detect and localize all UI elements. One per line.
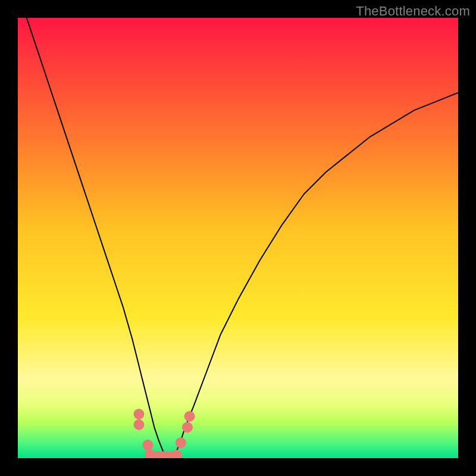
marker-dot: [184, 411, 195, 422]
watermark-text: TheBottleneck.com: [356, 4, 470, 19]
marker-dot: [176, 437, 186, 448]
marker-dot: [182, 422, 193, 433]
marker-dot: [134, 419, 145, 430]
gradient-background: [18, 18, 458, 458]
marker-dot: [134, 409, 145, 419]
marker-dot: [142, 440, 153, 450]
bottleneck-chart: [0, 0, 476, 476]
chart-frame: TheBottleneck.com: [0, 0, 476, 476]
